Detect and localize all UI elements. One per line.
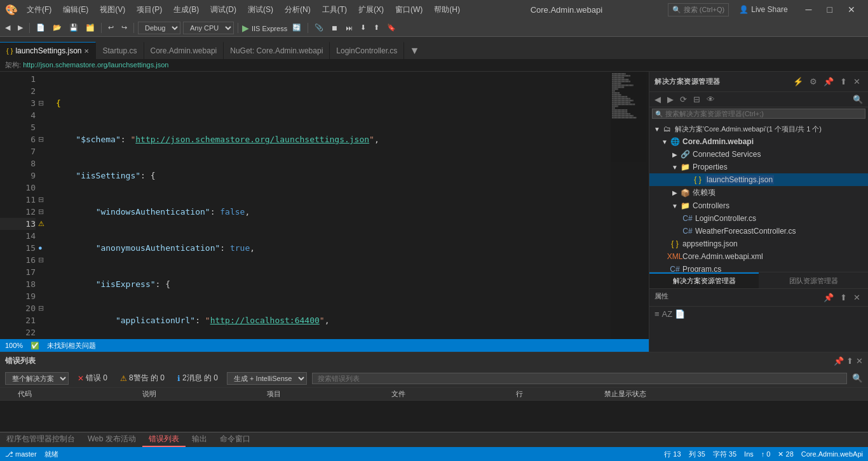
menu-edit[interactable]: 编辑(E)	[58, 2, 93, 18]
line-status[interactable]: 行 13	[664, 450, 681, 459]
error-col-desc[interactable]: 说明	[137, 388, 262, 401]
errors-status[interactable]: ✕ 28	[778, 450, 793, 458]
menu-build[interactable]: 生成(B)	[168, 2, 204, 18]
step-out-button[interactable]: ⬆	[371, 22, 382, 33]
error-col-code[interactable]: 代码	[13, 388, 137, 401]
platform-dropdown[interactable]: Any CPU	[183, 22, 234, 34]
menu-help[interactable]: 帮助(H)	[429, 2, 465, 18]
se-tab-solution-explorer[interactable]: 解决方案资源管理器	[649, 272, 759, 288]
tree-item-login-controller[interactable]: C# LoginController.cs	[649, 212, 868, 225]
menu-debug[interactable]: 调试(D)	[205, 2, 241, 18]
breadcrumb-url[interactable]: http://json.schemastore.org/launchsettin…	[23, 61, 168, 69]
tree-item-program[interactable]: C# Program.cs	[649, 263, 868, 272]
tree-item-weather-controller[interactable]: C# WeatherForecastController.cs	[649, 225, 868, 237]
tab-package-manager[interactable]: 程序包管理器控制台	[0, 432, 81, 447]
char-status[interactable]: 字符 35	[713, 450, 736, 459]
open-button[interactable]: 📂	[50, 22, 64, 33]
error-col-file[interactable]: 文件	[386, 388, 511, 401]
se-settings-button[interactable]: ⚙	[807, 76, 820, 88]
menu-file[interactable]: 文件(F)	[22, 2, 57, 18]
se-search-box[interactable]: 🔍	[652, 109, 865, 119]
save-all-button[interactable]: 🗂️	[83, 22, 97, 33]
step-over-button[interactable]: ⏭	[343, 23, 355, 33]
git-branch-status[interactable]: ⎇ master	[5, 450, 37, 458]
props-categorized-button[interactable]: ≡	[654, 309, 660, 319]
menu-tools[interactable]: 工具(T)	[317, 2, 352, 18]
error-pin-button[interactable]: 📌	[834, 356, 844, 366]
tab-nuget[interactable]: NuGet: Core.Admin.webapi	[224, 42, 330, 59]
tab-command-window[interactable]: 命令窗口	[214, 432, 257, 447]
tab-login-controller[interactable]: LoginController.cs	[330, 42, 404, 59]
menu-window[interactable]: 窗口(W)	[390, 2, 428, 18]
tree-item-connected-services[interactable]: ▶ 🔗 Connected Services	[649, 148, 868, 161]
se-view-button[interactable]: 👁	[704, 93, 717, 105]
error-col-project[interactable]: 项目	[262, 388, 386, 401]
code-editor[interactable]: { "$schema": "http://json.schemastore.or…	[51, 72, 611, 339]
menu-extensions[interactable]: 扩展(X)	[353, 2, 389, 18]
step-into-button[interactable]: ⬇	[358, 22, 369, 33]
close-button[interactable]: ✕	[840, 2, 863, 17]
tab-more-button[interactable]: ▼	[404, 43, 424, 59]
tree-item-launch-settings[interactable]: { } launchSettings.json	[649, 173, 868, 186]
error-col-suppress[interactable]: 禁止显示状态	[599, 388, 868, 401]
se-unpin-button[interactable]: ⬆	[837, 76, 850, 88]
tab-core-admin[interactable]: Core.Admin.webapi	[144, 42, 224, 59]
tree-item-appsettings[interactable]: { } appsettings.json	[649, 237, 868, 250]
se-search-button[interactable]: 🔍	[850, 93, 865, 105]
attach-button[interactable]: 📎	[312, 22, 326, 33]
tab-output[interactable]: 输出	[186, 432, 214, 447]
error-search-button[interactable]: 🔍	[852, 373, 863, 383]
tab-launch-settings[interactable]: { } launchSettings.json ✕	[0, 42, 96, 59]
restart-button[interactable]: 🔄	[290, 22, 304, 33]
se-sync-button[interactable]: ⚡	[790, 76, 806, 88]
debug-config-dropdown[interactable]: Debug	[138, 22, 180, 34]
se-forward-button[interactable]: ▶	[665, 93, 676, 105]
maximize-button[interactable]: □	[820, 2, 840, 17]
se-back-button[interactable]: ◀	[652, 93, 663, 105]
menu-test[interactable]: 测试(S)	[243, 2, 278, 18]
error-scope-dropdown[interactable]: 整个解决方案	[5, 372, 69, 385]
se-sync2-button[interactable]: ⟳	[677, 93, 689, 105]
forward-button[interactable]: ▶	[15, 22, 25, 33]
new-file-button[interactable]: 📄	[34, 22, 48, 33]
se-pin-button[interactable]: 📌	[821, 76, 836, 88]
error-count-badge[interactable]: ✕ 错误 0	[74, 371, 111, 385]
error-close-button[interactable]: ✕	[856, 356, 863, 366]
live-share-button[interactable]: 👤 Live Share	[734, 4, 792, 15]
props-unpin-button[interactable]: ⬆	[837, 291, 850, 304]
tree-item-dependencies[interactable]: ▶ 📦 依赖项	[649, 186, 868, 199]
error-col-line[interactable]: 行	[511, 388, 599, 401]
warning-count-badge[interactable]: ⚠ 8警告 的 0	[116, 371, 168, 385]
tree-item-controllers[interactable]: ▼ 📁 Controllers	[649, 199, 868, 212]
run-button[interactable]: ▶ IIS Express	[242, 23, 287, 33]
se-close-button[interactable]: ✕	[851, 76, 863, 88]
menu-project[interactable]: 项目(P)	[132, 2, 167, 18]
error-unpin-button[interactable]: ⬆	[846, 356, 853, 366]
build-intellisense-dropdown[interactable]: 生成 + IntelliSense	[227, 372, 307, 385]
tab-web-publish[interactable]: Web 发布活动	[81, 432, 142, 447]
minimize-button[interactable]: ─	[798, 2, 820, 17]
props-alpha-button[interactable]: AZ	[662, 309, 673, 319]
col-status[interactable]: 列 35	[689, 450, 705, 459]
undo-button[interactable]: ↩	[105, 22, 116, 33]
breakpoint-button[interactable]: ⏹	[329, 23, 341, 33]
props-close-button[interactable]: ✕	[851, 291, 863, 304]
bookmark-button[interactable]: 🔖	[384, 22, 398, 33]
tree-item-project[interactable]: ▼ 🌐 Core.Admin.webapi	[649, 135, 868, 148]
redo-button[interactable]: ↪	[119, 22, 130, 33]
tree-item-xml[interactable]: XML Core.Admin.webapi.xml	[649, 250, 868, 263]
tree-item-solution[interactable]: ▼ 🗂 解决方案'Core.Admin.webapi'(1 个项目/共 1 个)	[649, 123, 868, 135]
error-search-input[interactable]	[312, 373, 847, 384]
tab-error-list[interactable]: 错误列表	[142, 432, 186, 447]
tree-item-properties[interactable]: ▼ 📁 Properties	[649, 161, 868, 173]
tab-close-launch-settings[interactable]: ✕	[84, 48, 89, 55]
menu-view[interactable]: 视图(V)	[95, 2, 130, 18]
se-collapse-button[interactable]: ⊟	[691, 93, 703, 105]
se-search-input[interactable]	[665, 110, 862, 117]
menu-analyze[interactable]: 分析(N)	[280, 2, 316, 18]
info-count-badge[interactable]: ℹ 2消息 的 0	[173, 371, 222, 385]
back-button[interactable]: ◀	[3, 22, 13, 33]
props-pin-button[interactable]: 📌	[821, 291, 836, 304]
tab-startup[interactable]: Startup.cs	[96, 42, 144, 59]
se-tab-team-explorer[interactable]: 团队资源管理器	[759, 272, 868, 288]
